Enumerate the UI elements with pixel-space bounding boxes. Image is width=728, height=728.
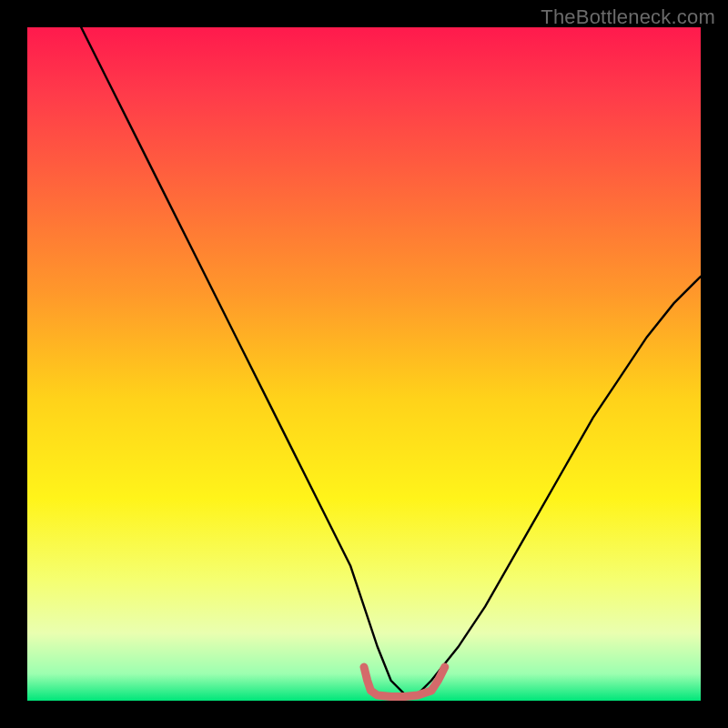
chart-frame: TheBottleneck.com	[0, 0, 728, 728]
chart-svg	[27, 27, 701, 701]
plot-area	[27, 27, 701, 701]
bottleneck-curve	[81, 27, 701, 694]
optimal-range-bracket	[364, 667, 445, 697]
watermark-text: TheBottleneck.com	[541, 5, 715, 29]
